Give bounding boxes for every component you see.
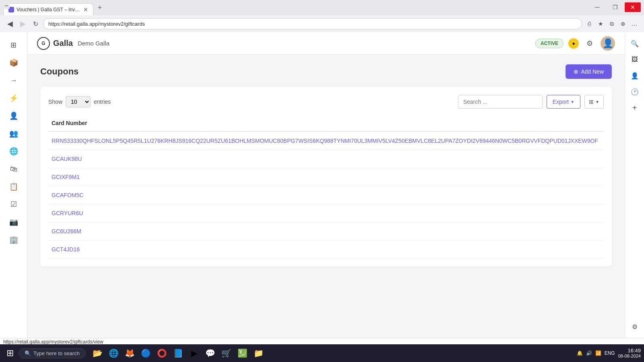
sidebar-icon-globe[interactable]: 🌐 [6, 143, 22, 159]
browser-ext-2[interactable]: ★ [596, 19, 605, 29]
store-name: Demo Galla [78, 40, 109, 47]
table-card: Show 10 25 50 100 entries Export [40, 87, 612, 267]
taskbar-app-fb[interactable]: 📘 [171, 346, 186, 360]
search-input[interactable] [458, 95, 543, 109]
settings-icon[interactable]: ⚙ [584, 37, 596, 49]
left-sidebar: ⊞ 📦 → ⚡ 👤 👥 🌐 🛍 📋 ☑ 📷 🏢 [0, 32, 27, 338]
active-badge: ACTIVE [535, 39, 564, 48]
taskbar-time-block: 16:49 08-08-2024 [618, 348, 641, 359]
card-number-cell: RRN533330QHFSLONL5P5Q45R5L1U276KRH8JS916… [48, 132, 604, 150]
browser-chrome: ─ Vouchers | Galla GST – Inventory ✕ + ─… [0, 0, 644, 32]
taskbar-right: 🔔 🔊 📶 ENG 16:49 08-08-2024 [577, 348, 641, 359]
table-row[interactable]: GCAUK98U [48, 150, 604, 168]
close-window-btn[interactable]: ✕ [625, 2, 641, 12]
status-url: https://retail.galla.app/mystorev2/giftc… [3, 339, 103, 345]
entries-select[interactable]: 10 25 50 100 [66, 96, 91, 107]
taskbar-app-skype[interactable]: 💬 [203, 346, 218, 360]
sidebar-icon-shopping[interactable]: 🛍 [6, 161, 22, 177]
table-row[interactable]: GCT4JD16 [48, 241, 604, 259]
sidebar-icon-reports[interactable]: 📋 [6, 179, 22, 195]
table-row[interactable]: GCAFOM5C [48, 186, 604, 204]
sidebar-icon-users[interactable]: 👥 [6, 125, 22, 142]
app-area: G Galla Demo Galla ACTIVE ● ⚙ 👤 Coupons … [27, 32, 625, 338]
tab-title: Vouchers | Galla GST – Inventory [17, 7, 81, 12]
status-bar: https://retail.galla.app/mystorev2/giftc… [0, 338, 644, 344]
data-table: Card Number RRN533330QHFSLONL5P5Q45R5L1U… [48, 115, 604, 259]
sidebar-icon-dashboard[interactable]: ⊞ [6, 37, 22, 53]
taskbar: ⊞ 🔍 Type here to search 📂 🌐 🦊 🔵 ⭕ 📘 ▶ 💬 … [0, 344, 644, 362]
card-number-cell: GCAUK98U [48, 150, 604, 168]
show-label: Show [48, 99, 62, 105]
browser-ext-1[interactable]: ⎙ [584, 19, 594, 29]
right-sidebar-icon-settings[interactable]: ⚙ [628, 320, 641, 333]
active-tab[interactable]: Vouchers | Galla GST – Inventory ✕ [3, 3, 93, 15]
new-tab-btn[interactable]: + [94, 2, 105, 13]
sidebar-icon-integrations[interactable]: ⚡ [6, 90, 22, 106]
export-button[interactable]: Export ▼ [547, 95, 580, 109]
page-title: Coupons [40, 66, 78, 77]
forward-btn[interactable]: ▶ [18, 18, 28, 30]
column-header-card-number: Card Number [48, 115, 604, 132]
right-sidebar: 🔍 🖼 👤 🕐 + ⚙ [625, 32, 644, 338]
reload-btn[interactable]: ↻ [31, 19, 41, 29]
taskbar-app-folder2[interactable]: 📁 [252, 346, 266, 360]
sidebar-icon-building[interactable]: 🏢 [6, 232, 22, 248]
page-content: Coupons ⊕ Add New Show 10 25 50 [27, 55, 625, 338]
url-text: https://retail.galla.app/mystorev2/giftc… [48, 21, 145, 27]
right-sidebar-icon-plus[interactable]: + [628, 101, 641, 114]
card-number-cell: GCRYUR6U [48, 204, 604, 222]
sidebar-icon-forward[interactable]: → [6, 72, 22, 88]
taskbar-app-yt[interactable]: ▶ [187, 346, 202, 360]
sidebar-icon-inventory[interactable]: 📦 [6, 55, 22, 71]
right-sidebar-icon-user[interactable]: 👤 [628, 69, 641, 82]
taskbar-app-firefox[interactable]: 🦊 [123, 346, 137, 360]
taskbar-app-ie[interactable]: 🔵 [139, 346, 153, 360]
table-controls-right: Export ▼ ⊞ ▼ [458, 95, 604, 109]
taskbar-app-1[interactable]: 📂 [91, 346, 105, 360]
taskbar-app-store[interactable]: 🛒 [219, 346, 234, 360]
taskbar-time: 16:49 [618, 348, 641, 354]
tab-close-icon[interactable]: ✕ [83, 6, 88, 13]
browser-more[interactable]: … [630, 19, 639, 29]
notification-dot[interactable]: ● [568, 38, 579, 49]
taskbar-app-green[interactable]: 💹 [235, 346, 250, 360]
table-row[interactable]: GC6U266M [48, 222, 604, 241]
browser-ext-4[interactable]: ⊕ [618, 19, 628, 29]
table-controls: Show 10 25 50 100 entries Export [48, 95, 604, 109]
address-bar[interactable]: https://retail.galla.app/mystorev2/giftc… [43, 18, 582, 29]
grid-view-button[interactable]: ⊞ ▼ [584, 95, 604, 109]
right-sidebar-icon-image[interactable]: 🖼 [628, 53, 641, 66]
taskbar-app-chrome[interactable]: ⭕ [155, 346, 169, 360]
table-row[interactable]: RRN533330QHFSLONL5P5Q45R5L1U276KRH8JS916… [48, 132, 604, 150]
export-dropdown-icon: ▼ [570, 100, 574, 104]
search-taskbar-icon: 🔍 [25, 350, 31, 356]
back-btn[interactable]: ◀ [5, 18, 15, 30]
right-sidebar-icon-search[interactable]: 🔍 [628, 37, 641, 50]
minimize-btn[interactable]: ─ [3, 2, 10, 9]
avatar[interactable]: 👤 [601, 36, 615, 51]
taskbar-app-edge[interactable]: 🌐 [107, 346, 121, 360]
table-scroll-container[interactable]: Card Number RRN533330QHFSLONL5P5Q45R5L1U… [48, 115, 604, 259]
page-header-row: Coupons ⊕ Add New [40, 64, 612, 79]
sidebar-icon-people[interactable]: 👤 [6, 108, 22, 124]
restore-window-btn[interactable]: ❐ [607, 2, 623, 12]
tab-bar: ─ Vouchers | Galla GST – Inventory ✕ + ─… [0, 0, 644, 15]
sidebar-icon-camera[interactable]: 📷 [6, 214, 22, 230]
right-sidebar-icon-clock[interactable]: 🕐 [628, 85, 641, 98]
grid-icon: ⊞ [589, 99, 594, 105]
app-logo: G Galla Demo Galla [37, 37, 109, 50]
search-taskbar[interactable]: 🔍 Type here to search [19, 348, 86, 358]
add-new-button[interactable]: ⊕ Add New [566, 64, 612, 79]
taskbar-volume: 🔊 [586, 350, 592, 356]
card-number-cell: GC6U266M [48, 222, 604, 241]
table-row[interactable]: GCRYUR6U [48, 204, 604, 222]
start-button[interactable]: ⊞ [3, 346, 17, 360]
minimize-window-btn[interactable]: ─ [589, 2, 605, 12]
browser-ext-3[interactable]: ⧉ [607, 19, 617, 29]
card-number-cell: GCAFOM5C [48, 186, 604, 204]
sidebar-icon-tasks[interactable]: ☑ [6, 196, 22, 212]
card-number-cell: GCT4JD16 [48, 241, 604, 259]
header-right: ACTIVE ● ⚙ 👤 [535, 36, 615, 51]
table-row[interactable]: GCIXF9M1 [48, 168, 604, 186]
taskbar-notification-icon: 🔔 [577, 350, 583, 356]
